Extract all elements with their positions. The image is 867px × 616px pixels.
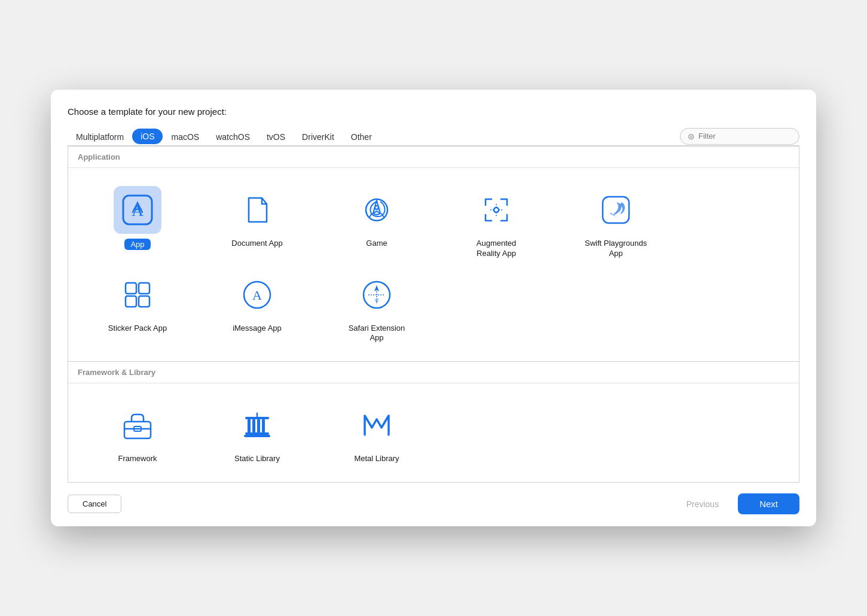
new-project-dialog: Choose a template for your new project: … bbox=[51, 90, 816, 526]
previous-button[interactable]: Previous bbox=[672, 493, 733, 514]
framework-section-header: Framework & Library bbox=[68, 362, 799, 383]
framework-icon bbox=[121, 408, 154, 442]
tab-watchos[interactable]: watchOS bbox=[207, 128, 258, 146]
dialog-title: Choose a template for your new project: bbox=[68, 106, 799, 117]
tab-tvos[interactable]: tvOS bbox=[258, 128, 294, 146]
game-icon-wrapper bbox=[353, 186, 401, 234]
tab-multiplatform[interactable]: Multiplatform bbox=[68, 128, 132, 146]
svg-rect-16 bbox=[124, 422, 151, 438]
tab-ios[interactable]: iOS bbox=[132, 129, 163, 144]
template-ar-app[interactable]: AugmentedReality App bbox=[436, 180, 556, 265]
sticker-pack-icon-wrapper bbox=[114, 271, 161, 319]
safari-extension-icon-wrapper bbox=[353, 271, 401, 319]
application-grid: A App Document App bbox=[68, 168, 799, 362]
framework-section: Framework & Library Framework bbox=[68, 361, 799, 483]
metal-library-label: Metal Library bbox=[354, 454, 399, 464]
metal-library-icon-wrapper bbox=[353, 401, 401, 449]
svg-rect-20 bbox=[245, 417, 269, 419]
tabs-container: Multiplatform iOS macOS watchOS tvOS Dri… bbox=[68, 127, 680, 145]
app-icon-wrapper: A bbox=[114, 186, 161, 234]
sticker-pack-label: Sticker Pack App bbox=[108, 324, 167, 334]
svg-rect-8 bbox=[139, 283, 149, 294]
safari-extension-label: Safari ExtensionApp bbox=[349, 324, 405, 344]
filter-input[interactable] bbox=[698, 132, 782, 141]
template-imessage[interactable]: A iMessage App bbox=[197, 265, 317, 350]
svg-rect-6 bbox=[603, 197, 629, 223]
template-safari-extension[interactable]: Safari ExtensionApp bbox=[317, 265, 436, 350]
svg-point-5 bbox=[494, 208, 499, 212]
game-label: Game bbox=[366, 239, 387, 249]
document-app-icon-wrapper bbox=[233, 186, 281, 234]
template-static-library[interactable]: Static Library bbox=[197, 395, 317, 470]
imessage-label: iMessage App bbox=[233, 324, 282, 334]
ar-app-icon-wrapper bbox=[472, 186, 520, 234]
sticker-pack-icon bbox=[121, 278, 154, 312]
static-library-icon-wrapper bbox=[233, 401, 281, 449]
svg-rect-26 bbox=[244, 435, 270, 437]
imessage-icon: A bbox=[240, 278, 274, 312]
tab-macos[interactable]: macOS bbox=[163, 128, 207, 146]
swift-playgrounds-icon-wrapper bbox=[592, 186, 640, 234]
svg-rect-25 bbox=[245, 432, 269, 435]
svg-rect-9 bbox=[126, 296, 136, 307]
app-label-badge: App bbox=[124, 239, 150, 250]
static-library-icon bbox=[240, 408, 274, 442]
cancel-button[interactable]: Cancel bbox=[68, 495, 121, 513]
dialog-footer: Cancel Previous Next bbox=[68, 493, 799, 514]
svg-rect-7 bbox=[126, 283, 136, 294]
template-sticker-pack[interactable]: Sticker Pack App bbox=[78, 265, 197, 350]
svg-rect-22 bbox=[252, 419, 255, 432]
framework-icon-wrapper bbox=[114, 401, 161, 449]
imessage-icon-wrapper: A bbox=[233, 271, 281, 319]
metal-library-icon bbox=[360, 408, 393, 442]
static-library-label: Static Library bbox=[234, 454, 280, 464]
template-metal-library[interactable]: Metal Library bbox=[317, 395, 436, 470]
template-game[interactable]: Game bbox=[317, 180, 436, 265]
filter-icon: ⊜ bbox=[688, 132, 695, 141]
tab-bar: Multiplatform iOS macOS watchOS tvOS Dri… bbox=[68, 127, 799, 146]
application-section: Application A App bbox=[68, 146, 799, 362]
nav-buttons: Previous Next bbox=[672, 493, 799, 514]
document-app-label: Document App bbox=[231, 239, 282, 249]
game-icon bbox=[360, 193, 393, 227]
svg-rect-23 bbox=[257, 419, 260, 432]
framework-grid: Framework Sta bbox=[68, 383, 799, 482]
ar-app-label: AugmentedReality App bbox=[477, 239, 517, 259]
filter-box: ⊜ bbox=[680, 128, 799, 145]
svg-rect-10 bbox=[139, 296, 149, 307]
svg-rect-21 bbox=[248, 419, 251, 432]
app-icon: A bbox=[121, 193, 154, 227]
ar-app-icon bbox=[480, 193, 513, 227]
svg-text:A: A bbox=[252, 288, 262, 303]
template-app[interactable]: A App bbox=[78, 180, 197, 265]
template-document-app[interactable]: Document App bbox=[197, 180, 317, 265]
safari-extension-icon bbox=[360, 278, 393, 312]
framework-label: Framework bbox=[118, 454, 157, 464]
template-swift-playgrounds[interactable]: Swift PlaygroundsApp bbox=[556, 180, 676, 265]
tab-other[interactable]: Other bbox=[343, 128, 380, 146]
template-framework[interactable]: Framework bbox=[78, 395, 197, 470]
tab-driverkit[interactable]: DriverKit bbox=[294, 128, 343, 146]
next-button[interactable]: Next bbox=[738, 493, 799, 514]
document-app-icon bbox=[240, 193, 274, 227]
swift-playgrounds-icon bbox=[599, 193, 633, 227]
swift-playgrounds-label: Swift PlaygroundsApp bbox=[585, 239, 647, 259]
application-section-header: Application bbox=[68, 147, 799, 168]
svg-rect-24 bbox=[262, 419, 265, 432]
